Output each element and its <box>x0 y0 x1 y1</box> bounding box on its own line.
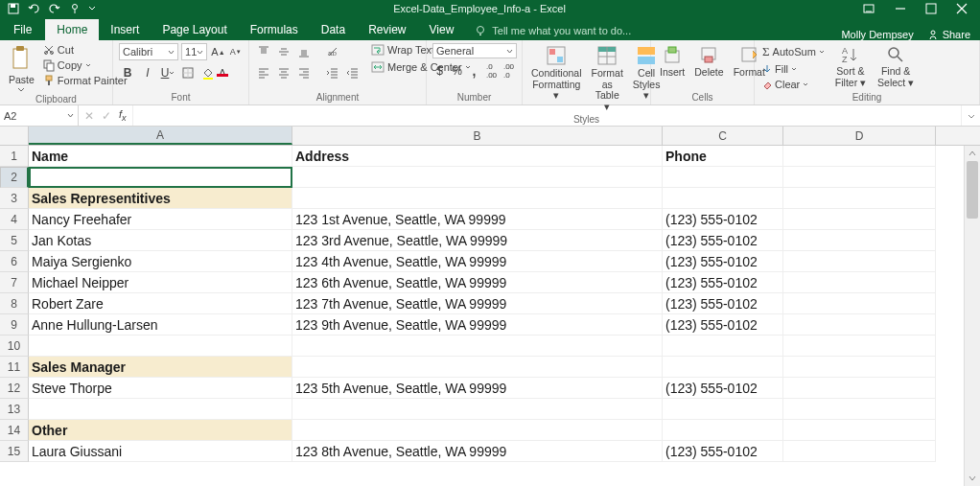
row-header[interactable]: 4 <box>0 209 29 230</box>
orientation-button[interactable]: ab <box>324 43 341 60</box>
align-center-button[interactable] <box>275 64 292 81</box>
conditional-formatting-button[interactable]: ConditionalFormatting ▾ <box>528 43 585 104</box>
row-header[interactable]: 12 <box>0 378 29 399</box>
font-size-select[interactable]: 11 <box>181 43 207 60</box>
close-icon[interactable] <box>957 4 967 13</box>
cell[interactable]: (123) 555-0102 <box>663 293 783 314</box>
column-header-c[interactable]: C <box>663 127 783 145</box>
cell[interactable] <box>663 188 783 209</box>
enter-formula-button[interactable]: ✓ <box>102 109 111 123</box>
tab-home[interactable]: Home <box>45 19 99 40</box>
cell[interactable] <box>783 399 936 420</box>
user-name[interactable]: Molly Dempsey <box>841 29 913 40</box>
cell[interactable]: 123 8th Avenue, Seattle, WA 99999 <box>292 441 663 462</box>
cell[interactable]: 123 5th Avenue, Seattle, WA 99999 <box>292 378 663 399</box>
align-top-button[interactable] <box>255 43 272 60</box>
cell[interactable] <box>783 188 936 209</box>
cell[interactable] <box>783 420 936 441</box>
align-right-button[interactable] <box>295 64 313 81</box>
insert-cells-button[interactable]: Insert <box>657 43 688 80</box>
cell[interactable]: 123 9th Avenue, Seattle, WA 99999 <box>292 314 663 336</box>
cell[interactable]: Name <box>29 146 292 167</box>
increase-decimal-button[interactable]: .0.00 <box>484 62 499 80</box>
row-header[interactable]: 3 <box>0 188 29 209</box>
autosum-button[interactable]: ΣAutoSum <box>760 43 827 60</box>
qat-dropdown-icon[interactable] <box>88 5 96 12</box>
cell[interactable]: Robert Zare <box>29 293 292 314</box>
find-select-button[interactable]: Find &Select ▾ <box>875 43 917 90</box>
cell[interactable]: (123) 555-0102 <box>663 314 783 336</box>
cell[interactable]: 123 1st Avenue, Seattle, WA 99999 <box>292 209 663 230</box>
row-header[interactable]: 11 <box>0 357 29 378</box>
cell[interactable] <box>783 272 936 293</box>
tell-me-search[interactable]: Tell me what you want to do... <box>465 21 641 40</box>
cell[interactable] <box>29 167 292 188</box>
scroll-down-arrow[interactable] <box>965 471 980 486</box>
cell[interactable] <box>783 357 936 378</box>
cell[interactable]: (123) 555-0102 <box>663 209 783 230</box>
row-header[interactable]: 13 <box>0 399 29 420</box>
cell[interactable]: Other <box>29 420 292 441</box>
grow-font-button[interactable]: A▲ <box>210 43 225 60</box>
cell[interactable] <box>783 146 936 167</box>
undo-icon[interactable] <box>27 4 40 13</box>
formula-input[interactable] <box>133 105 961 126</box>
cell[interactable]: 123 7th Avenue, Seattle, WA 99999 <box>292 293 663 314</box>
tab-view[interactable]: View <box>418 19 466 40</box>
share-button[interactable]: Share <box>927 29 970 40</box>
cell[interactable]: Steve Thorpe <box>29 378 292 399</box>
cell[interactable]: Nancy Freehafer <box>29 209 292 230</box>
cell[interactable] <box>292 357 663 378</box>
font-color-button[interactable]: A <box>220 64 237 81</box>
delete-cells-button[interactable]: Delete <box>691 43 726 80</box>
borders-button[interactable] <box>179 64 197 81</box>
row-header[interactable]: 8 <box>0 293 29 314</box>
cell[interactable]: (123) 555-0102 <box>663 251 783 272</box>
fill-color-button[interactable] <box>199 64 217 81</box>
cell[interactable] <box>783 378 936 399</box>
fill-button[interactable]: Fill <box>760 62 827 76</box>
cell[interactable] <box>292 420 663 441</box>
row-header[interactable]: 2 <box>0 167 29 188</box>
redo-icon[interactable] <box>48 4 61 13</box>
scroll-up-arrow[interactable] <box>965 146 980 161</box>
cell[interactable]: Michael Neipper <box>29 272 292 293</box>
cell[interactable] <box>783 314 936 336</box>
cell[interactable] <box>663 167 783 188</box>
cell[interactable] <box>783 251 936 272</box>
tab-file[interactable]: File <box>0 19 45 40</box>
select-all-corner[interactable] <box>0 127 29 145</box>
cell[interactable] <box>783 230 936 251</box>
cell[interactable]: Sales Manager <box>29 357 292 378</box>
cell[interactable] <box>663 357 783 378</box>
cell[interactable] <box>29 399 292 420</box>
tab-formulas[interactable]: Formulas <box>239 19 310 40</box>
cell[interactable]: Jan Kotas <box>29 230 292 251</box>
accounting-format-button[interactable]: $ <box>432 62 447 80</box>
align-left-button[interactable] <box>255 64 272 81</box>
sort-filter-button[interactable]: AZSort &Filter ▾ <box>832 43 869 90</box>
cell[interactable] <box>29 336 292 357</box>
cell[interactable]: (123) 555-0102 <box>663 378 783 399</box>
cell[interactable] <box>783 167 936 188</box>
cell[interactable]: (123) 555-0102 <box>663 230 783 251</box>
tab-page-layout[interactable]: Page Layout <box>151 19 238 40</box>
underline-button[interactable]: U <box>159 64 176 81</box>
cell[interactable] <box>663 399 783 420</box>
decrease-decimal-button[interactable]: .00.0 <box>502 62 516 80</box>
tab-insert[interactable]: Insert <box>99 19 151 40</box>
cell[interactable] <box>783 336 936 357</box>
font-name-select[interactable]: Calibri <box>119 43 178 60</box>
cell[interactable] <box>663 420 783 441</box>
cell[interactable] <box>783 441 936 462</box>
shrink-font-button[interactable]: A▼ <box>229 43 243 60</box>
cell[interactable]: Laura Giussani <box>29 441 292 462</box>
italic-button[interactable]: I <box>139 64 156 81</box>
maximize-icon[interactable] <box>926 4 936 13</box>
touch-mode-icon[interactable] <box>69 3 81 14</box>
row-header[interactable]: 15 <box>0 441 29 462</box>
row-header[interactable]: 10 <box>0 336 29 357</box>
cell[interactable]: (123) 555-0102 <box>663 272 783 293</box>
cell[interactable]: 123 4th Avenue, Seattle, WA 99999 <box>292 251 663 272</box>
cell[interactable]: Anne Hullung-Larsen <box>29 314 292 336</box>
